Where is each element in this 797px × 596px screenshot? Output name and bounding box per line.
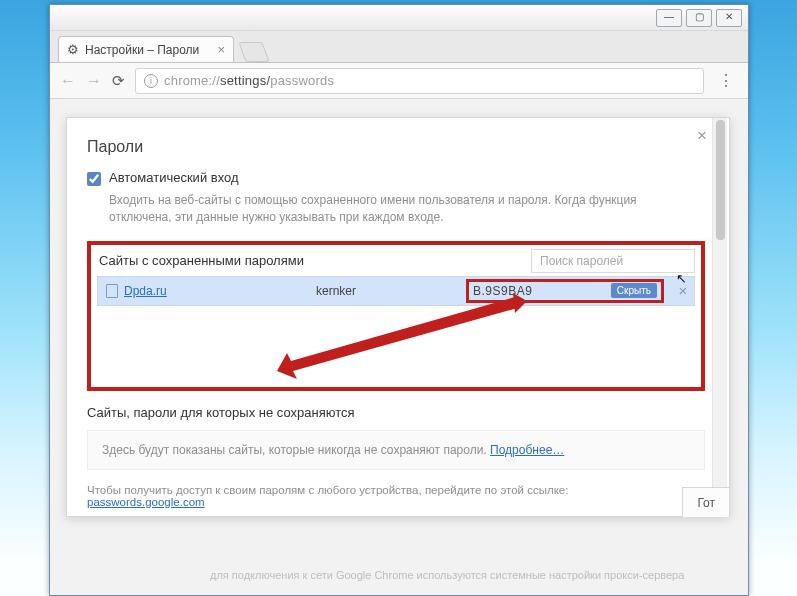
browser-toolbar: ← → ⟳ i chrome://settings/passwords ⋮ [50,63,748,99]
username-cell: kernker [308,284,458,298]
tab-settings-passwords[interactable]: ⚙ Настройки – Пароли × [58,36,234,62]
tab-strip: ⚙ Настройки – Пароли × [50,31,748,63]
overlay-title: Пароли [87,138,705,156]
window-maximize-button[interactable]: ▢ [686,9,712,27]
saved-passwords-section: Сайты с сохраненными паролями Поиск паро… [87,241,705,391]
auto-signin-help: Входить на веб-сайты с помощью сохраненн… [109,192,669,227]
auto-signin-label: Автоматический вход [109,170,239,185]
site-info-icon[interactable]: i [144,74,158,88]
window-titlebar: — ▢ ✕ [50,5,748,31]
site-link[interactable]: Dpda.ru [124,284,167,298]
hide-password-button[interactable]: Скрыть [611,283,657,298]
saved-password-row[interactable]: Dpda.ru kernker B.9S9BA9 Скрыть × [97,276,695,306]
never-save-title: Сайты, пароли для которых не сохраняются [87,405,705,420]
content-area: для подключения к сети Google Chrome исп… [50,99,748,595]
mouse-cursor-icon: ↖ [676,271,687,286]
tab-title: Настройки – Пароли [85,43,199,57]
search-placeholder: Поиск паролей [540,254,623,268]
passwords-google-link[interactable]: passwords.google.com [87,496,205,508]
tab-close-icon[interactable]: × [217,42,225,57]
passwords-overlay: × Пароли Автоматический вход Входить на … [66,117,730,517]
password-value: B.9S9BA9 [473,284,532,298]
svg-marker-0 [277,297,521,379]
browser-menu-button[interactable]: ⋮ [714,71,738,90]
window-close-button[interactable]: ✕ [716,9,742,27]
password-search-input[interactable]: Поиск паролей [531,249,695,273]
saved-passwords-title: Сайты с сохраненными паролями [97,247,304,276]
auto-signin-row: Автоматический вход [87,170,705,186]
address-bar[interactable]: i chrome://settings/passwords [135,68,704,94]
overlay-scrollbar[interactable] [712,118,727,516]
never-save-empty-box: Здесь будут показаны сайты, которые нико… [87,430,705,470]
browser-window: — ▢ ✕ ⚙ Настройки – Пароли × ← → ⟳ i chr… [49,4,749,596]
overlay-close-button[interactable]: × [697,126,707,146]
got-it-button[interactable]: Гот [682,487,729,517]
window-minimize-button[interactable]: — [656,9,682,27]
auto-signin-checkbox[interactable] [87,172,101,186]
password-highlight-box: B.9S9BA9 Скрыть [466,279,664,303]
overlay-footer: Чтобы получить доступ к своим паролям с … [87,484,705,508]
password-cell: B.9S9BA9 Скрыть [458,279,672,303]
forward-button[interactable]: → [86,72,102,90]
reload-button[interactable]: ⟳ [112,72,125,90]
page-icon [106,284,118,298]
never-save-learn-more-link[interactable]: Подробнее… [490,443,564,457]
site-cell: Dpda.ru [98,284,308,298]
back-button[interactable]: ← [60,72,76,90]
new-tab-button[interactable] [238,42,269,62]
url-text: chrome://settings/passwords [164,73,334,88]
gear-icon: ⚙ [67,42,79,57]
background-hint-text: для подключения к сети Google Chrome исп… [210,569,684,581]
